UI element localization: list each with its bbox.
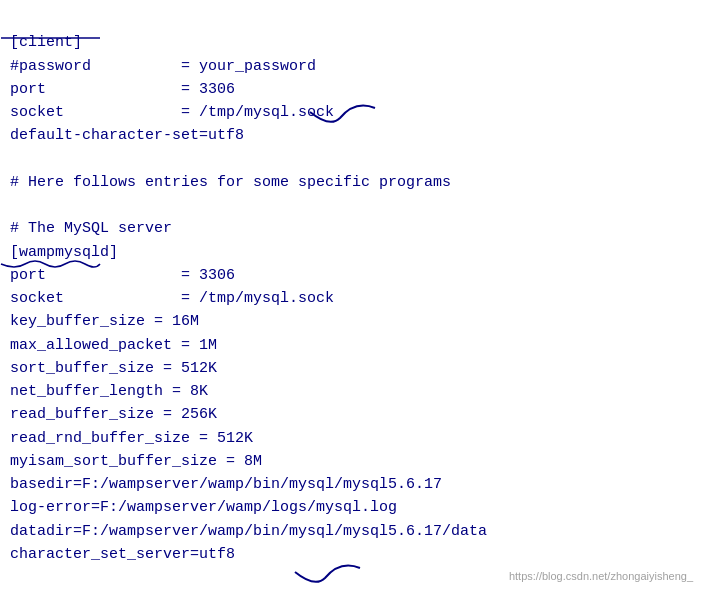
code-line: read_buffer_size = 256K [10,403,691,426]
code-line: socket = /tmp/mysql.sock [10,101,691,124]
code-line: #password = your_password [10,55,691,78]
code-line: datadir=F:/wampserver/wamp/bin/mysql/mys… [10,520,691,543]
code-line: sort_buffer_size = 512K [10,357,691,380]
code-line: key_buffer_size = 16M [10,310,691,333]
code-line: port = 3306 [10,264,691,287]
code-line: myisam_sort_buffer_size = 8M [10,450,691,473]
code-line: read_rnd_buffer_size = 512K [10,427,691,450]
code-line [10,148,691,171]
code-line: [client] [10,31,691,54]
code-line: character_set_server=utf8 [10,543,691,566]
watermark: https://blog.csdn.net/zhongaiyisheng_ [509,570,693,582]
code-line: port = 3306 [10,78,691,101]
code-block: [client]#password = your_passwordport = … [0,0,701,574]
code-line [10,194,691,217]
code-line: [wampmysqld] [10,241,691,264]
code-line: # The MySQL server [10,217,691,240]
code-line: socket = /tmp/mysql.sock [10,287,691,310]
code-line: log-error=F:/wampserver/wamp/logs/mysql.… [10,496,691,519]
code-line: max_allowed_packet = 1M [10,334,691,357]
code-line: default-character-set=utf8 [10,124,691,147]
code-line: net_buffer_length = 8K [10,380,691,403]
code-line: # Here follows entries for some specific… [10,171,691,194]
code-line: basedir=F:/wampserver/wamp/bin/mysql/mys… [10,473,691,496]
